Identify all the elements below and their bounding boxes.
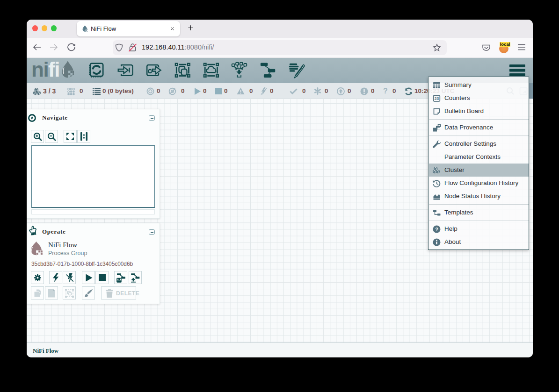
svg-text:23: 23 bbox=[435, 96, 439, 100]
svg-text:?: ? bbox=[435, 226, 438, 232]
